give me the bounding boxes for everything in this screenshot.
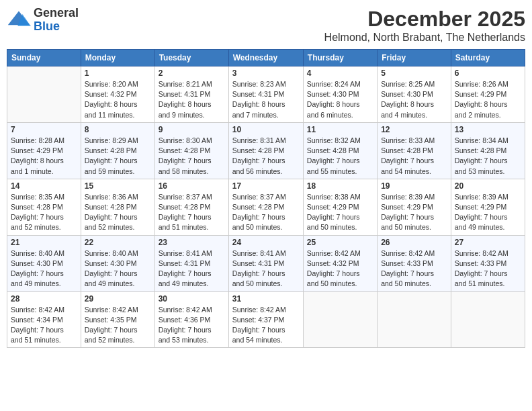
calendar-cell: 20Sunrise: 8:39 AMSunset: 4:29 PMDayligh…: [451, 179, 525, 235]
day-info: Sunrise: 8:25 AMSunset: 4:30 PMDaylight:…: [381, 79, 447, 120]
weekday-header-saturday: Saturday: [451, 50, 525, 66]
calendar-cell: 15Sunrise: 8:36 AMSunset: 4:28 PMDayligh…: [81, 179, 154, 235]
day-info: Sunrise: 8:26 AMSunset: 4:29 PMDaylight:…: [455, 79, 521, 120]
calendar-cell: 1Sunrise: 8:20 AMSunset: 4:32 PMDaylight…: [81, 66, 154, 123]
calendar-cell: 3Sunrise: 8:23 AMSunset: 4:31 PMDaylight…: [228, 66, 303, 123]
calendar-cell: 14Sunrise: 8:35 AMSunset: 4:28 PMDayligh…: [7, 179, 81, 235]
day-number: 2: [159, 68, 225, 78]
calendar-cell: 17Sunrise: 8:37 AMSunset: 4:28 PMDayligh…: [228, 179, 303, 235]
day-info: Sunrise: 8:33 AMSunset: 4:28 PMDaylight:…: [381, 136, 447, 177]
day-number: 16: [159, 181, 225, 191]
day-info: Sunrise: 8:37 AMSunset: 4:28 PMDaylight:…: [159, 192, 225, 233]
calendar-cell: 24Sunrise: 8:41 AMSunset: 4:31 PMDayligh…: [228, 235, 303, 291]
day-info: Sunrise: 8:24 AMSunset: 4:30 PMDaylight:…: [307, 79, 373, 120]
calendar-cell: [451, 291, 525, 348]
weekday-header-sunday: Sunday: [7, 50, 81, 66]
day-number: 18: [307, 181, 373, 191]
day-number: 12: [381, 125, 447, 134]
day-number: 25: [307, 238, 373, 247]
calendar-cell: 13Sunrise: 8:34 AMSunset: 4:28 PMDayligh…: [451, 122, 525, 179]
calendar-cell: [303, 291, 377, 348]
day-number: 4: [307, 68, 373, 78]
day-info: Sunrise: 8:23 AMSunset: 4:31 PMDaylight:…: [232, 79, 300, 120]
calendar-cell: 12Sunrise: 8:33 AMSunset: 4:28 PMDayligh…: [378, 122, 451, 179]
calendar-cell: [378, 291, 451, 348]
calendar-cell: 16Sunrise: 8:37 AMSunset: 4:28 PMDayligh…: [154, 179, 228, 235]
week-row-4: 21Sunrise: 8:40 AMSunset: 4:30 PMDayligh…: [7, 235, 525, 291]
calendar-cell: 26Sunrise: 8:42 AMSunset: 4:33 PMDayligh…: [378, 235, 451, 291]
day-info: Sunrise: 8:35 AMSunset: 4:28 PMDaylight:…: [11, 192, 77, 233]
day-info: Sunrise: 8:42 AMSunset: 4:33 PMDaylight:…: [381, 248, 447, 289]
calendar-cell: 30Sunrise: 8:42 AMSunset: 4:36 PMDayligh…: [154, 291, 228, 348]
day-info: Sunrise: 8:30 AMSunset: 4:28 PMDaylight:…: [159, 136, 225, 177]
week-row-2: 7Sunrise: 8:28 AMSunset: 4:29 PMDaylight…: [7, 122, 525, 179]
month-title: December 2025: [324, 7, 525, 32]
day-info: Sunrise: 8:41 AMSunset: 4:31 PMDaylight:…: [232, 248, 300, 289]
day-number: 27: [455, 238, 521, 247]
day-number: 23: [159, 238, 225, 247]
weekday-header-monday: Monday: [81, 50, 154, 66]
day-number: 3: [232, 68, 300, 78]
day-info: Sunrise: 8:42 AMSunset: 4:34 PMDaylight:…: [11, 305, 77, 346]
calendar-cell: 11Sunrise: 8:32 AMSunset: 4:28 PMDayligh…: [303, 122, 377, 179]
day-info: Sunrise: 8:29 AMSunset: 4:28 PMDaylight:…: [85, 136, 151, 177]
calendar-cell: 7Sunrise: 8:28 AMSunset: 4:29 PMDaylight…: [7, 122, 81, 179]
day-number: 21: [11, 238, 77, 247]
day-info: Sunrise: 8:42 AMSunset: 4:37 PMDaylight:…: [232, 305, 300, 346]
day-number: 7: [11, 125, 77, 134]
day-number: 29: [85, 294, 151, 304]
weekday-header-wednesday: Wednesday: [228, 50, 303, 66]
calendar-cell: 25Sunrise: 8:42 AMSunset: 4:32 PMDayligh…: [303, 235, 377, 291]
calendar-cell: 5Sunrise: 8:25 AMSunset: 4:30 PMDaylight…: [378, 66, 451, 123]
day-info: Sunrise: 8:20 AMSunset: 4:32 PMDaylight:…: [85, 79, 151, 120]
calendar-cell: 6Sunrise: 8:26 AMSunset: 4:29 PMDaylight…: [451, 66, 525, 123]
day-info: Sunrise: 8:38 AMSunset: 4:29 PMDaylight:…: [307, 192, 373, 233]
day-number: 14: [11, 181, 77, 191]
weekday-header-tuesday: Tuesday: [154, 50, 228, 66]
day-number: 1: [85, 68, 151, 78]
calendar-cell: 31Sunrise: 8:42 AMSunset: 4:37 PMDayligh…: [228, 291, 303, 348]
day-info: Sunrise: 8:28 AMSunset: 4:29 PMDaylight:…: [11, 136, 77, 177]
day-info: Sunrise: 8:32 AMSunset: 4:28 PMDaylight:…: [307, 136, 373, 177]
day-number: 31: [232, 294, 300, 304]
calendar-cell: [7, 66, 81, 123]
calendar-cell: 22Sunrise: 8:40 AMSunset: 4:30 PMDayligh…: [81, 235, 154, 291]
day-info: Sunrise: 8:34 AMSunset: 4:28 PMDaylight:…: [455, 136, 521, 177]
week-row-5: 28Sunrise: 8:42 AMSunset: 4:34 PMDayligh…: [7, 291, 525, 348]
day-info: Sunrise: 8:31 AMSunset: 4:28 PMDaylight:…: [232, 136, 300, 177]
weekday-header-friday: Friday: [378, 50, 451, 66]
day-info: Sunrise: 8:39 AMSunset: 4:29 PMDaylight:…: [455, 192, 521, 233]
day-number: 17: [232, 181, 300, 191]
day-info: Sunrise: 8:42 AMSunset: 4:36 PMDaylight:…: [159, 305, 225, 346]
calendar-cell: 19Sunrise: 8:39 AMSunset: 4:29 PMDayligh…: [378, 179, 451, 235]
day-number: 30: [159, 294, 225, 304]
day-number: 24: [232, 238, 300, 247]
day-number: 5: [381, 68, 447, 78]
calendar-cell: 18Sunrise: 8:38 AMSunset: 4:29 PMDayligh…: [303, 179, 377, 235]
day-number: 19: [381, 181, 447, 191]
day-info: Sunrise: 8:42 AMSunset: 4:35 PMDaylight:…: [85, 305, 151, 346]
day-number: 13: [455, 125, 521, 134]
week-row-3: 14Sunrise: 8:35 AMSunset: 4:28 PMDayligh…: [7, 179, 525, 235]
logo: General Blue: [7, 7, 79, 34]
day-number: 9: [159, 125, 225, 134]
weekday-header-thursday: Thursday: [303, 50, 377, 66]
day-info: Sunrise: 8:37 AMSunset: 4:28 PMDaylight:…: [232, 192, 300, 233]
calendar-cell: 2Sunrise: 8:21 AMSunset: 4:31 PMDaylight…: [154, 66, 228, 123]
calendar-cell: 23Sunrise: 8:41 AMSunset: 4:31 PMDayligh…: [154, 235, 228, 291]
calendar-cell: 27Sunrise: 8:42 AMSunset: 4:33 PMDayligh…: [451, 235, 525, 291]
calendar-cell: 8Sunrise: 8:29 AMSunset: 4:28 PMDaylight…: [81, 122, 154, 179]
day-number: 8: [85, 125, 151, 134]
day-info: Sunrise: 8:40 AMSunset: 4:30 PMDaylight:…: [11, 248, 77, 289]
day-info: Sunrise: 8:42 AMSunset: 4:33 PMDaylight:…: [455, 248, 521, 289]
day-info: Sunrise: 8:40 AMSunset: 4:30 PMDaylight:…: [85, 248, 151, 289]
day-number: 20: [455, 181, 521, 191]
calendar-cell: 29Sunrise: 8:42 AMSunset: 4:35 PMDayligh…: [81, 291, 154, 348]
logo-blue: Blue: [34, 20, 79, 34]
day-info: Sunrise: 8:39 AMSunset: 4:29 PMDaylight:…: [381, 192, 447, 233]
page-header: General Blue December 2025 Helmond, Nort…: [7, 7, 525, 44]
week-row-1: 1Sunrise: 8:20 AMSunset: 4:32 PMDaylight…: [7, 66, 525, 123]
day-info: Sunrise: 8:36 AMSunset: 4:28 PMDaylight:…: [85, 192, 151, 233]
day-number: 11: [307, 125, 373, 134]
day-info: Sunrise: 8:41 AMSunset: 4:31 PMDaylight:…: [159, 248, 225, 289]
